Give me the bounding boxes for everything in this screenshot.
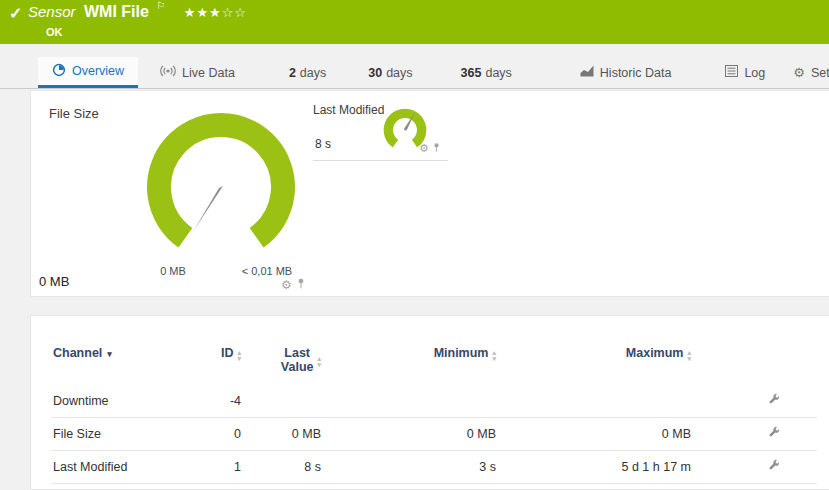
wrench-icon[interactable] <box>768 459 781 475</box>
last-modified-gauge-actions: ⚙ <box>419 139 440 157</box>
gauge-needle <box>193 186 223 231</box>
tab-30-days-label: days <box>386 66 412 80</box>
tab-2-days-label: days <box>300 66 326 80</box>
tab-live-data-label: Live Data <box>182 66 235 80</box>
channel-name[interactable]: Last Modified <box>51 460 181 474</box>
file-size-gauge-actions: ⚙ <box>281 276 305 294</box>
status-check-icon: ✓ <box>9 4 22 23</box>
sort-icon: ▴▾ <box>492 350 496 362</box>
wrench-icon[interactable] <box>768 393 781 409</box>
live-data-icon <box>160 65 176 80</box>
last-modified-value: 8 s <box>315 137 331 151</box>
tab-log-label: Log <box>744 66 765 80</box>
wrench-icon[interactable] <box>768 426 781 442</box>
channel-minimum: 0 MB <box>321 427 496 441</box>
tab-2-days-number: 2 <box>289 66 296 80</box>
channel-maximum: 5 d 1 h 17 m <box>496 460 691 474</box>
tab-bar: Overview Live Data 2 days 30 days 365 da… <box>0 57 829 89</box>
sensor-type-label: Sensor <box>28 3 76 20</box>
channel-minimum: 3 s <box>321 460 496 474</box>
table-row-downtime[interactable]: Downtime -4 <box>51 385 817 418</box>
column-header-channel-label: Channel <box>53 346 102 360</box>
gear-icon: ⚙ <box>793 65 805 80</box>
tab-365-days[interactable]: 365 days <box>447 57 526 88</box>
tab-log[interactable]: Log <box>711 57 779 88</box>
priority-stars[interactable]: ★★★☆☆ <box>184 5 247 20</box>
gear-icon[interactable]: ⚙ <box>419 142 429 155</box>
column-header-id-label: ID <box>221 346 234 360</box>
channel-id: 0 <box>181 427 241 441</box>
channel-table-body: Downtime -4 File Size 0 0 MB 0 MB 0 MB <box>51 385 817 484</box>
column-header-maximum[interactable]: Maximum▴▾ <box>496 346 691 360</box>
pin-icon[interactable] <box>297 276 305 294</box>
tab-historic-data[interactable]: Historic Data <box>566 57 686 88</box>
tab-30-days-number: 30 <box>368 66 382 80</box>
sort-icon: ▴▾ <box>237 350 241 362</box>
tab-settings[interactable]: ⚙ Settings <box>779 57 829 88</box>
sensor-title-row: Sensor WMI File ⚐ ★★★☆☆ <box>28 3 247 21</box>
table-row-file-size[interactable]: File Size 0 0 MB 0 MB 0 MB <box>51 418 817 451</box>
sensor-header: ✓ Sensor WMI File ⚐ ★★★☆☆ OK <box>0 0 829 44</box>
sort-icon: ▴▾ <box>317 356 321 368</box>
channel-id: -4 <box>181 394 241 408</box>
channels-panel: Channel▾ ID▴▾ LastValue▴▾ Minimum▴▾ Maxi… <box>30 315 829 490</box>
tab-2-days[interactable]: 2 days <box>275 57 340 88</box>
column-header-minimum[interactable]: Minimum▴▾ <box>321 346 496 360</box>
file-size-gauge-title: File Size <box>49 106 99 121</box>
stars-empty[interactable]: ☆☆ <box>222 5 247 20</box>
tab-live-data[interactable]: Live Data <box>146 57 249 88</box>
gauge-scale-min: 0 MB <box>143 265 203 277</box>
log-list-icon <box>725 65 738 80</box>
gauges-panel: File Size 0 MB < 0,01 MB 0 MB ⚙ Last Mod… <box>30 90 829 297</box>
gear-icon[interactable]: ⚙ <box>281 278 292 292</box>
overview-icon <box>52 63 66 80</box>
channel-name[interactable]: Downtime <box>51 394 181 408</box>
channel-table-header: Channel▾ ID▴▾ LastValue▴▾ Minimum▴▾ Maxi… <box>51 346 817 374</box>
column-header-maximum-label: Maximum <box>626 346 684 360</box>
bar-chart-icon <box>580 65 594 80</box>
column-header-last-value-label: LastValue <box>281 346 314 374</box>
tab-historic-data-label: Historic Data <box>600 66 672 80</box>
stars-filled[interactable]: ★★★ <box>184 5 222 20</box>
last-modified-mini-gauge: Last Modified 8 s ⚙ <box>313 103 448 161</box>
table-row-last-modified[interactable]: Last Modified 1 8 s 3 s 5 d 1 h 17 m <box>51 451 817 484</box>
file-size-gauge <box>141 109 301 269</box>
tab-30-days[interactable]: 30 days <box>354 57 426 88</box>
flag-icon[interactable]: ⚐ <box>156 0 165 11</box>
channel-id: 1 <box>181 460 241 474</box>
sensor-title: WMI File <box>84 3 149 20</box>
channel-last-value: 8 s <box>241 460 321 474</box>
channel-name[interactable]: File Size <box>51 427 181 441</box>
sort-icon: ▴▾ <box>687 350 691 362</box>
status-badge: OK <box>46 26 63 38</box>
file-size-current-value: 0 MB <box>39 274 69 289</box>
tab-365-days-label: days <box>485 66 511 80</box>
pin-icon[interactable] <box>433 139 440 157</box>
column-header-channel[interactable]: Channel▾ <box>51 346 181 360</box>
column-header-last-value[interactable]: LastValue▴▾ <box>241 346 321 374</box>
tab-settings-label: Settings <box>811 66 829 80</box>
chevron-down-icon[interactable]: ▾ <box>107 349 112 359</box>
channel-maximum: 0 MB <box>496 427 691 441</box>
column-header-minimum-label: Minimum <box>434 346 489 360</box>
column-header-id[interactable]: ID▴▾ <box>181 346 241 360</box>
tab-overview[interactable]: Overview <box>38 57 138 88</box>
tab-365-days-number: 365 <box>461 66 482 80</box>
tab-overview-label: Overview <box>72 64 124 78</box>
channel-last-value: 0 MB <box>241 427 321 441</box>
